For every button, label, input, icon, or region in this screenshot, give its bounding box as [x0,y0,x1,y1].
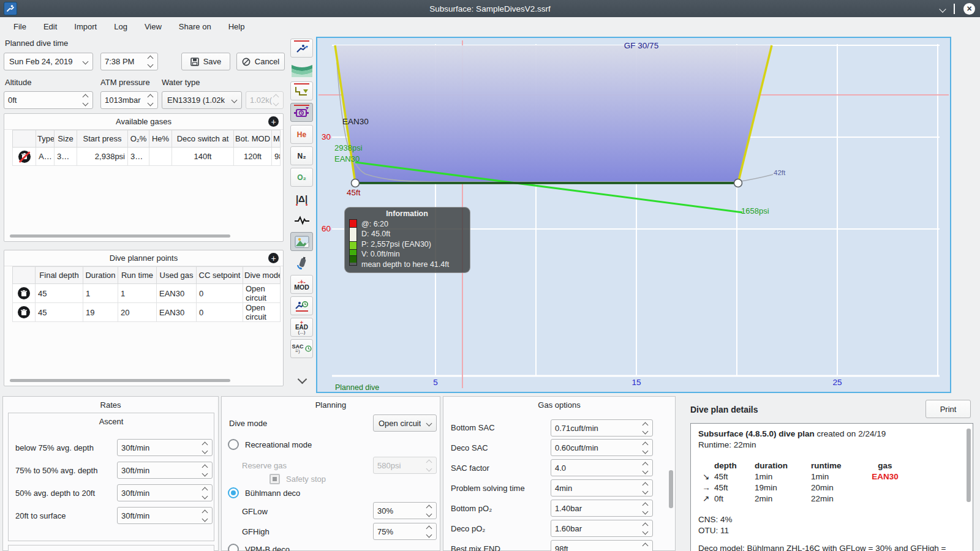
rate-spinner-0[interactable]: 30ft/min [117,439,213,456]
delete-point-icon[interactable] [18,287,30,299]
toolbar-pn2plot-button[interactable]: N₂ [290,146,313,165]
col-o2[interactable]: O₂% [128,130,149,148]
problem-time-spinner[interactable]: 4min [551,479,653,497]
toolbar-ceiling-button[interactable] [290,81,313,100]
toolbar-profile-button[interactable] [290,39,313,58]
start-gas-label: EAN30 [334,154,360,163]
avg-depth-label: 42ft [774,169,786,176]
col-dive-mode[interactable]: Dive mode [243,267,281,284]
gflow-label: GFLow [242,507,268,516]
plan-vscrollbar[interactable] [967,429,971,502]
add-point-button[interactable]: + [268,253,279,263]
toolbar-collapse-button[interactable] [294,372,310,386]
toolbar-mod-button[interactable]: -+- MOD [290,275,313,294]
toolbar-gaschange-button[interactable] [290,253,313,272]
tooltip-depth: D: 45.0ft [361,229,449,239]
deco-sac-spinner[interactable]: 0.60cuft/min [551,439,653,456]
delete-point-icon[interactable] [18,306,30,318]
points-hscrollbar[interactable] [10,379,230,382]
rate-spinner-3[interactable]: 30ft/min [117,507,213,524]
cancel-button[interactable]: Cancel [236,53,285,70]
menu-share-on[interactable]: Share on [172,20,219,34]
col-used-gas[interactable]: Used gas [157,267,197,284]
profile-handle[interactable] [352,179,360,187]
time-tick-15: 15 [631,378,641,387]
col-bot-mod[interactable]: Bot. MOD [234,130,272,148]
recreational-mode-radio[interactable]: Recreational mode [228,439,312,450]
points-header-row: Final depth Duration Run time Used gas C… [13,267,281,284]
point-row[interactable]: 45 1 1 EAN30 0 Open circuit [13,284,281,303]
delete-gas-icon[interactable] [18,151,31,163]
sac-factor-spinner[interactable]: 4.0 [551,459,653,476]
atm-pressure-spinner[interactable]: 1013mbar [100,91,158,109]
rate-spinner-2[interactable]: 30ft/min [117,484,213,501]
point-row[interactable]: 45 19 20 EAN30 0 Open circuit [13,303,281,322]
toolbar-waves-button[interactable] [290,60,313,79]
water-type-combo[interactable]: EN13319 (1.02k [162,91,242,109]
menu-log[interactable]: Log [107,20,135,34]
add-gas-button[interactable]: + [268,116,279,127]
toolbar-heartrate-button[interactable] [290,211,313,230]
maximize-icon[interactable] [954,4,955,13]
toolbar-photos-button[interactable] [290,232,313,251]
toolbar-tissues-button[interactable]: |Δ| [290,189,313,208]
menu-help[interactable]: Help [221,20,252,34]
col-mnd[interactable]: MND [272,130,281,148]
minimize-icon[interactable] [940,4,945,13]
toolbar-po2plot-button[interactable]: O₂ [290,168,313,187]
start-depth-label: 45ft [347,188,361,197]
toolbar-pheplot-button[interactable]: He [290,125,313,144]
gas-options-panel: Gas options Bottom SAC 0.71cuft/min Deco… [443,396,676,551]
tooltip-mean-depth: mean depth to here 41.4ft [361,260,449,269]
tooltip-pressure: P: 2,557psi (EAN30) [361,239,449,249]
toolbar-sac-button[interactable]: SAC ≡) [290,339,313,358]
save-button[interactable]: Save [181,53,230,70]
gas-row[interactable]: A… 3… 2,938psi 3… 140ft 120ft 98ft [13,148,281,166]
gflow-spinner[interactable]: 30% [373,502,437,519]
bottom-sac-spinner[interactable]: 0.71cuft/min [551,419,653,437]
col-run-time[interactable]: Run time [118,267,157,284]
col-type[interactable]: Type [36,130,55,148]
dive-time-spinner[interactable]: 7:38 PM [100,53,158,70]
print-button[interactable]: Print [925,400,971,418]
dive-date-combo[interactable]: Sun Feb 24, 2019 [4,53,93,70]
col-size[interactable]: Size [55,130,77,148]
toolbar-ndl-tts-button[interactable] [290,296,313,315]
toolbar-dc-ceiling-button[interactable] [290,103,313,122]
dive-planner-points-group: Dive planner points + Final depth Durati… [4,250,284,386]
menu-file[interactable]: File [6,20,34,34]
vpmb-deco-radio[interactable]: VPM-B deco [228,544,290,551]
buhlmann-deco-radio[interactable]: Bühlmann deco [228,487,300,498]
descend-arrow-icon: ↘ [698,471,714,482]
water-density-value: 1.02k( [250,96,272,105]
gas-change-icon [295,257,309,270]
toolbar-ead-button[interactable]: + EAD (...) [290,318,313,337]
dive-profile-chart[interactable]: GF 30/75 30 60 5 15 25 Planned dive EAN3… [316,37,951,393]
gas-options-vscrollbar[interactable] [669,470,673,508]
rate-label-3: 20ft to surface [15,511,66,520]
bottom-po2-spinner[interactable]: 1.40bar [551,500,653,517]
col-final-depth[interactable]: Final depth [36,267,83,284]
col-cc-setpoint[interactable]: CC setpoint [197,267,243,284]
menu-import[interactable]: Import [67,20,104,34]
deco-po2-spinner[interactable]: 1.60bar [551,520,653,537]
level-arrow-icon: → [698,482,714,493]
close-icon[interactable]: × [963,3,975,15]
altitude-value: 0ft [8,96,17,105]
menu-view[interactable]: View [137,20,169,34]
gases-hscrollbar[interactable] [10,234,230,238]
col-duration[interactable]: Duration [83,267,118,284]
best-mix-end-spinner[interactable]: 98ft [551,540,653,551]
diver-clock-icon [295,300,309,312]
profile-handle[interactable] [734,179,742,187]
rate-spinner-1[interactable]: 30ft/min [117,462,213,479]
atm-pressure-value: 1013mbar [105,96,141,105]
dive-mode-combo[interactable]: Open circuit [373,414,437,432]
menu-edit[interactable]: Edit [36,20,64,34]
col-he[interactable]: He% [149,130,172,148]
col-deco-switch[interactable]: Deco switch at [172,130,234,148]
gfhigh-spinner[interactable]: 75% [373,523,437,540]
col-start-press[interactable]: Start press [77,130,128,148]
altitude-spinner[interactable]: 0ft [4,91,93,109]
plan-table-header: depth duration runtime gas [698,460,965,471]
